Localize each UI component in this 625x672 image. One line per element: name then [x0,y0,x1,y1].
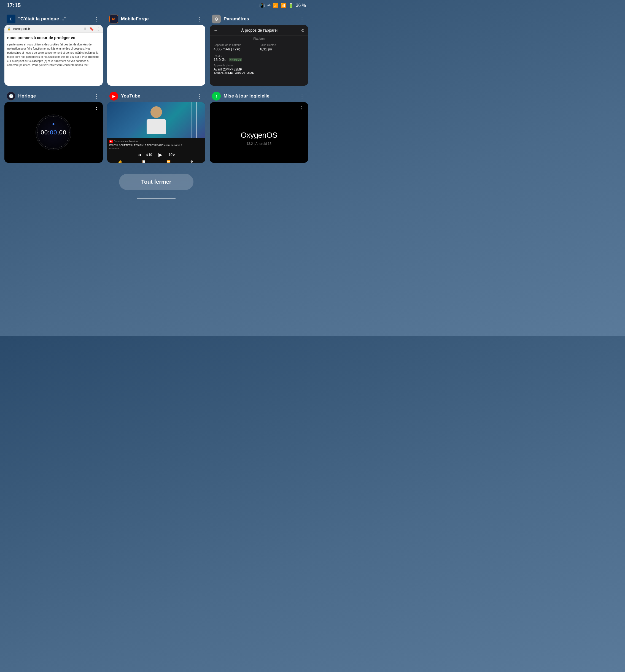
svg-point-3 [68,124,69,125]
miseajour-menu-icon[interactable]: ⋮ [299,105,304,111]
youtube-playback-controls: ⏮ ↺10 ▶ 10↻ [109,151,203,159]
parametres-share-icon[interactable]: ⎋ [301,28,304,33]
parametres-camera-front: Avant 20MP+32MP [213,68,304,71]
parametres-page-title: À propos de l'appareil [241,28,278,32]
close-all-button[interactable]: Tout fermer [119,174,193,190]
eurosport-content: nous prenons à coeur de protéger vo s pa… [4,33,103,70]
svg-point-2 [61,118,62,119]
close-all-container: Tout fermer [0,168,312,195]
app-card-mobileforge: M MobileForge ⋮ [107,13,206,86]
svg-point-8 [45,146,46,147]
miseajour-menu-dots[interactable]: ⋮ [298,92,306,100]
app-header-parametres: ⚙ Paramètres ⋮ [210,13,308,25]
parametres-menu-dots[interactable]: ⋮ [298,15,306,23]
parametres-battery-label: Capacité de la batterie [213,44,258,47]
youtube-preview[interactable]: ▶ Commandes Premium FAUT-IL ACHETER la P… [107,102,206,163]
horloge-options-icon[interactable]: ⋮ [94,106,99,112]
youtube-person-head [151,106,162,118]
horloge-preview[interactable]: ⋮ [4,102,103,163]
eurosport-app-icon: E [7,15,16,23]
parametres-ram-section: RAM › 16,0 Go + 4,00 Go [210,53,308,63]
youtube-video-title: FAUT-IL ACHETER la PS5 Slim ? TOUT SAVOI… [109,144,203,147]
app-card-eurosport: E "C'était la panique ..." ⋮ 🔒 eurosport… [4,13,103,86]
clock-face: 00:00,00 [36,115,71,150]
miseajour-content: OxygenOS 13.2 | Android 13 [210,114,308,163]
svg-point-1 [53,116,54,117]
bluetooth-icon: ✳ [267,3,271,8]
parametres-screen-value: 6,31 po [260,47,304,51]
mobileforge-app-icon: M [109,15,118,23]
status-time: 17:15 [7,2,21,8]
youtube-rewind-icon[interactable]: ↺10 [146,153,152,157]
youtube-app-icon: ▶ [109,92,118,100]
svg-point-6 [61,146,62,147]
lock-icon: 🔒 [7,27,11,30]
parametres-ram-label: RAM › [213,54,304,57]
status-icons: 📳 ✳ 📶 📶 🔋 36 % [259,3,306,8]
parametres-app-icon: ⚙ [212,15,221,23]
parametres-battery-value: 4805 mAh (TYP) [213,47,258,51]
home-indicator-bar [137,198,176,199]
app-header-mobileforge: M MobileForge ⋮ [107,13,206,25]
horloge-menu-dots[interactable]: ⋮ [93,92,100,100]
app-card-youtube: ▶ YouTube ⋮ ▶ [107,90,206,163]
app-header-horloge: 🕐 Horloge ⋮ [4,90,103,102]
youtube-app-name: YouTube [121,93,140,99]
app-card-parametres: ⚙ Paramètres ⋮ ← À propos de l'appareil … [210,13,308,86]
svg-point-4 [69,132,70,133]
app-card-miseajour: ↑ Mise à jour logicielle ⋮ ← ⋮ OxygenOS … [210,90,308,163]
vibrate-icon: 📳 [259,3,265,8]
parametres-preview[interactable]: ← À propos de l'appareil ⎋ Platform Capa… [210,25,308,86]
eurosport-app-name: "C'était la panique ..." [18,16,66,22]
eurosport-browser-bar: 🔒 eurosport.fr ⬆ 🔖 ⋮ [4,25,103,33]
clock-time-display: 00:00,00 [41,129,66,136]
svg-point-7 [53,148,54,149]
eurosport-menu-dots[interactable]: ⋮ [93,15,100,23]
youtube-menu-dots[interactable]: ⋮ [195,92,203,100]
youtube-save-action[interactable]: 📋 Enregistrer [139,160,148,163]
parametres-back-icon[interactable]: ← [213,28,218,33]
parametres-screen-label: Taille d'écran [260,44,304,47]
parametres-ram-extra: + 4,00 Go [229,58,242,62]
youtube-premium-badge: ▶ Commandes Premium [109,140,203,143]
miseajour-preview[interactable]: ← ⋮ OxygenOS 13.2 | Android 13 [210,102,308,163]
share-icon[interactable]: ⬆ [84,27,87,31]
mobileforge-preview[interactable] [107,25,206,86]
eurosport-url: eurosport.fr [13,27,81,31]
youtube-controls: ▶ Commandes Premium FAUT-IL ACHETER la P… [107,138,206,163]
miseajour-top-bar: ← ⋮ [210,102,308,114]
youtube-actions-bar: 👍 1,3 k 📋 Enregistrer ⏩ Vitesse ⚙ Qualit… [109,160,203,163]
bookmark-icon[interactable]: 🔖 [89,27,94,31]
youtube-premium-icon: ▶ [109,140,113,143]
miseajour-app-icon: ↑ [212,92,221,100]
parametres-camera-label: Appareils photo [213,64,304,67]
parametres-camera-back: Arrière 48MP+48MP+64MP [213,71,304,75]
youtube-prev-icon[interactable]: ⏮ [138,152,141,157]
parametres-screen-item: Taille d'écran 6,31 po [260,44,304,51]
eurosport-preview[interactable]: 🔒 eurosport.fr ⬆ 🔖 ⋮ nous prenons à coeu… [4,25,103,86]
svg-point-10 [37,132,38,133]
youtube-play-button[interactable]: ▶ [157,151,164,159]
youtube-speed-action[interactable]: ⏩ Vitesse [165,160,172,163]
miseajour-back-icon[interactable]: ← [213,105,218,111]
status-bar: 17:15 📳 ✳ 📶 📶 🔋 36 % [0,0,312,11]
oxygenos-version: 13.2 | Android 13 [246,142,272,146]
browser-menu-icon[interactable]: ⋮ [96,27,100,31]
youtube-thumbnail [107,102,206,138]
parametres-ram-value: 16,0 Go [213,57,226,62]
wifi-icon: 📶 [273,3,278,8]
eurosport-headline: nous prenons à coeur de protéger vo [7,35,100,40]
youtube-premium-text: Commandes Premium [114,140,139,143]
battery-icon: 🔋 [288,3,294,8]
svg-point-13 [53,123,54,125]
youtube-quality-action[interactable]: ⚙ Qualité [188,160,194,163]
miseajour-app-name: Mise à jour logicielle [224,93,269,99]
app-header-eurosport: E "C'était la panique ..." ⋮ [4,13,103,25]
svg-point-5 [68,140,69,141]
app-card-horloge: 🕐 Horloge ⋮ ⋮ [4,90,103,163]
youtube-like-action[interactable]: 👍 1,3 k [118,160,122,163]
mobileforge-menu-dots[interactable]: ⋮ [195,15,203,23]
youtube-forward-icon[interactable]: 10↻ [169,153,175,157]
horloge-app-name: Horloge [18,93,36,99]
parametres-app-name: Paramètres [224,16,249,22]
